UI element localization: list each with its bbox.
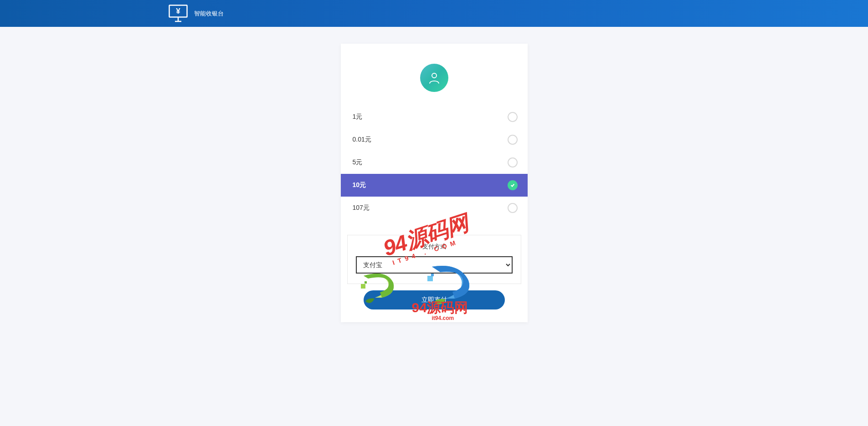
payment-method-box: 支付方式 支付宝: [347, 235, 521, 284]
avatar-wrapper: [341, 64, 528, 92]
svg-point-4: [432, 73, 437, 78]
amount-option-107[interactable]: 107元: [341, 197, 528, 219]
amount-option-5[interactable]: 5元: [341, 151, 528, 174]
amount-label: 5元: [353, 158, 363, 167]
amount-option-1[interactable]: 1元: [341, 106, 528, 128]
radio-unchecked-icon: [508, 203, 518, 213]
pay-now-button[interactable]: 立即支付: [364, 290, 505, 309]
amount-label: 0.01元: [353, 136, 371, 144]
amount-list: 1元 0.01元 5元 10元 107元: [341, 106, 528, 219]
radio-unchecked-icon: [508, 157, 518, 167]
submit-wrapper: 立即支付: [341, 284, 528, 322]
amount-label: 107元: [353, 204, 370, 212]
svg-text:¥: ¥: [176, 7, 180, 15]
main-container: 1元 0.01元 5元 10元 107元 支付: [0, 27, 868, 322]
radio-unchecked-icon: [508, 112, 518, 122]
radio-unchecked-icon: [508, 135, 518, 145]
yen-monitor-icon: ¥: [169, 5, 188, 23]
user-avatar-icon: [420, 64, 448, 92]
amount-option-0-01[interactable]: 0.01元: [341, 128, 528, 151]
radio-checked-icon: [508, 180, 518, 190]
cashier-card: 1元 0.01元 5元 10元 107元 支付: [341, 44, 528, 322]
app-title: 智能收银台: [194, 10, 224, 18]
amount-option-10[interactable]: 10元: [341, 174, 528, 197]
app-header: ¥ 智能收银台: [0, 0, 868, 27]
payment-method-select[interactable]: 支付宝: [356, 256, 513, 274]
amount-label: 1元: [353, 113, 363, 121]
amount-label: 10元: [353, 181, 366, 189]
payment-method-title: 支付方式: [356, 243, 513, 251]
logo-wrapper: ¥ 智能收银台: [169, 5, 224, 23]
